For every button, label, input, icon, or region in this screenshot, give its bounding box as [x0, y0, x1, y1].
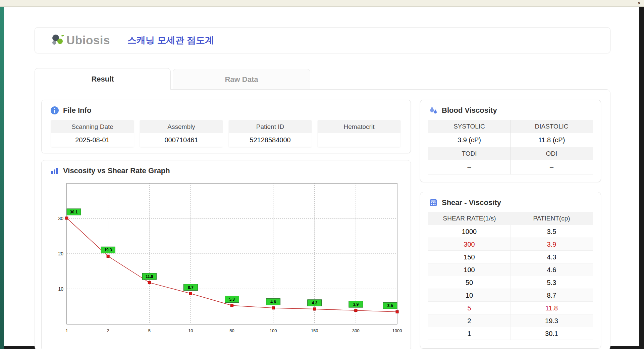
cell-shear: 5 [428, 302, 511, 314]
svg-text:150: 150 [311, 328, 318, 333]
shear-viscosity-table: SHEAR RATE(1/s) PATIENT(cp) 1000 3.5 300… [428, 212, 593, 340]
field-scanning-date: Scanning Date 2025-08-01 [51, 120, 134, 147]
table-row: 2 19.3 [428, 314, 593, 327]
blood-viscosity-title-row: Blood Viscosity [420, 100, 601, 115]
blood-viscosity-grid: SYSTOLIC DIASTOLIC 3.9 (cP) 11.8 (cP) TO… [428, 120, 593, 174]
field-hematocrit: Hematocrit [318, 120, 400, 147]
svg-text:1: 1 [65, 328, 68, 333]
svg-text:11.8: 11.8 [146, 274, 153, 279]
file-info-title-row: File Info [42, 100, 411, 115]
cell-patient: 4.6 [511, 263, 593, 276]
graph-title-row: Viscosity vs Shear Rate Graph [42, 160, 411, 175]
svg-text:5.3: 5.3 [229, 297, 235, 302]
blood-viscosity-card: Blood Viscosity SYSTOLIC DIASTOLIC 3.9 (… [420, 100, 601, 182]
file-info-fields: Scanning Date 2025-08-01 Assembly 000710… [42, 115, 411, 147]
field-value: 2025-08-01 [51, 133, 134, 147]
svg-text:4.6: 4.6 [270, 300, 276, 304]
viscosity-chart: 1020301251050100150300100030.119.311.88.… [48, 181, 405, 342]
svg-text:10: 10 [188, 328, 193, 333]
field-assembly: Assembly 000710461 [140, 120, 223, 147]
col-shear-rate: SHEAR RATE(1/s) [428, 212, 511, 225]
svg-text:2: 2 [107, 328, 109, 333]
field-label: Assembly [140, 120, 223, 133]
page-title: 스캐닝 모세관 점도계 [127, 34, 214, 46]
grid-calculator-icon [429, 198, 438, 207]
shear-viscosity-title: Shear - Viscosity [442, 198, 501, 207]
table-row: 300 3.9 [428, 238, 593, 251]
cell-patient: 19.3 [511, 314, 593, 327]
table-row: 5 11.8 [428, 302, 593, 314]
desktop-edge [0, 7, 4, 349]
svg-text:100: 100 [270, 328, 277, 333]
info-icon [50, 106, 59, 115]
odi-label: ODI [511, 147, 593, 160]
svg-text:10: 10 [58, 286, 63, 292]
svg-text:19.3: 19.3 [104, 248, 112, 252]
svg-text:8.7: 8.7 [188, 285, 194, 290]
logo: Ubiosis [50, 34, 110, 47]
table-row: 100 4.6 [428, 263, 593, 276]
svg-text:20: 20 [58, 251, 63, 256]
cell-patient: 3.5 [511, 225, 593, 238]
svg-text:5: 5 [148, 328, 151, 333]
svg-text:3.5: 3.5 [387, 303, 393, 308]
logo-text: Ubiosis [66, 34, 110, 47]
table-row: 150 4.3 [428, 251, 593, 263]
close-icon[interactable]: × [638, 0, 641, 6]
svg-text:300: 300 [352, 328, 360, 333]
cell-shear: 1000 [428, 225, 511, 238]
header: Ubiosis 스캐닝 모세관 점도계 [35, 27, 610, 53]
svg-text:3.9: 3.9 [353, 302, 359, 307]
cell-shear: 2 [428, 314, 511, 327]
field-value: 000710461 [140, 133, 223, 147]
field-patient-id: Patient ID 52128584000 [229, 120, 312, 147]
field-label: Scanning Date [51, 120, 134, 133]
tab-result[interactable]: Result [35, 68, 171, 90]
droplets-icon [429, 106, 438, 115]
cell-shear: 150 [428, 251, 511, 263]
cell-shear: 10 [428, 289, 511, 302]
odi-value: – [511, 160, 593, 174]
tab-raw-data[interactable]: Raw Data [173, 69, 310, 90]
graph-title: Viscosity vs Shear Rate Graph [63, 166, 170, 175]
table-row: 1 30.1 [428, 327, 593, 340]
cell-shear: 100 [428, 263, 511, 276]
ubiosis-logo-icon [50, 34, 65, 47]
diastolic-label: DIASTOLIC [511, 120, 593, 133]
table-header: SHEAR RATE(1/s) PATIENT(cp) [428, 212, 593, 225]
diastolic-value: 11.8 (cP) [511, 133, 593, 147]
cell-patient: 30.1 [511, 327, 593, 340]
table-row: 1000 3.5 [428, 225, 593, 238]
table-row: 50 5.3 [428, 276, 593, 289]
cell-patient: 3.9 [511, 238, 593, 251]
cell-patient: 8.7 [511, 289, 593, 302]
desktop-top-strip: × [0, 0, 644, 7]
svg-text:1000: 1000 [392, 328, 402, 333]
svg-text:30.1: 30.1 [70, 210, 78, 214]
table-row: 10 8.7 [428, 289, 593, 302]
field-label: Hematocrit [318, 120, 400, 133]
svg-text:50: 50 [229, 328, 234, 333]
field-value: 52128584000 [229, 133, 312, 147]
svg-text:4.3: 4.3 [312, 301, 317, 305]
cell-patient: 4.3 [511, 251, 593, 263]
file-info-card: File Info Scanning Date 2025-08-01 Assem… [41, 100, 411, 153]
todi-value: – [428, 160, 511, 174]
viscosity-graph-card: Viscosity vs Shear Rate Graph 1020301251… [41, 160, 411, 349]
svg-text:30: 30 [58, 216, 63, 221]
shear-viscosity-title-row: Shear - Viscosity [420, 192, 601, 207]
field-label: Patient ID [229, 120, 312, 133]
todi-label: TODI [428, 147, 511, 160]
field-value [318, 133, 400, 147]
app-window: Ubiosis 스캐닝 모세관 점도계 Result Raw Data File… [4, 7, 639, 346]
shear-viscosity-card: Shear - Viscosity SHEAR RATE(1/s) PATIEN… [420, 192, 601, 349]
file-info-title: File Info [63, 106, 91, 115]
systolic-label: SYSTOLIC [428, 120, 511, 133]
main-content: File Info Scanning Date 2025-08-01 Assem… [35, 89, 610, 349]
cell-shear: 50 [428, 276, 511, 289]
cell-patient: 5.3 [511, 276, 593, 289]
systolic-value: 3.9 (cP) [428, 133, 511, 147]
col-patient: PATIENT(cp) [511, 212, 593, 225]
cell-patient: 11.8 [511, 302, 593, 314]
cell-shear: 300 [428, 238, 511, 251]
